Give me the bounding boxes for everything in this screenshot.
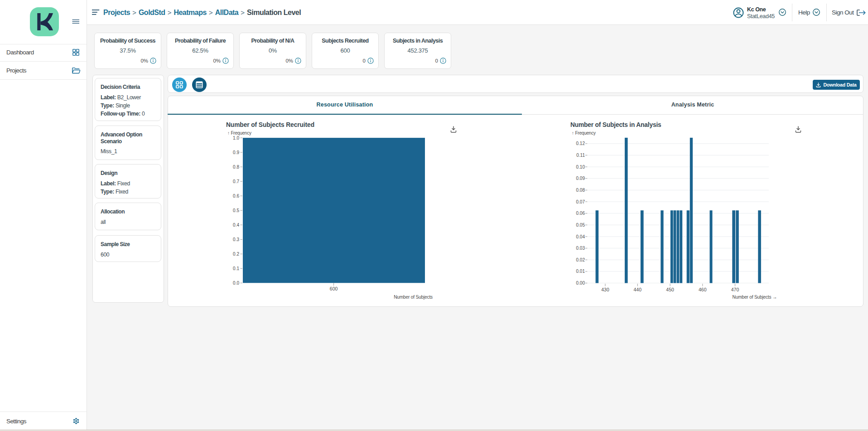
svg-text:600: 600 [330, 286, 338, 291]
svg-text:470: 470 [731, 287, 739, 292]
svg-text:Number of Subjects in Analysis: Number of Subjects in Analysis [570, 121, 661, 128]
svg-text:0.12: 0.12 [576, 141, 585, 146]
svg-text:1.0: 1.0 [233, 136, 239, 140]
svg-text:0.05: 0.05 [576, 223, 585, 228]
svg-text:0.6: 0.6 [233, 194, 239, 199]
svg-text:0.11: 0.11 [576, 153, 585, 158]
svg-text:0.7: 0.7 [233, 179, 239, 184]
svg-text:0.9: 0.9 [233, 150, 239, 155]
svg-text:0.3: 0.3 [233, 237, 239, 242]
svg-text:0.09: 0.09 [576, 176, 585, 181]
svg-text:0.08: 0.08 [576, 188, 585, 193]
svg-text:0.02: 0.02 [576, 257, 585, 262]
svg-text:0.10: 0.10 [576, 165, 585, 169]
svg-text:Number of Subjects: Number of Subjects [394, 295, 433, 300]
svg-text:↑ Frequency: ↑ Frequency [572, 131, 596, 136]
svg-text:Number of Subjects →: Number of Subjects → [733, 295, 777, 300]
svg-text:430: 430 [601, 287, 609, 292]
svg-text:0.06: 0.06 [576, 211, 585, 216]
svg-text:0.07: 0.07 [576, 199, 585, 204]
svg-text:0.04: 0.04 [576, 234, 585, 239]
svg-text:0.5: 0.5 [233, 208, 239, 213]
svg-text:Number of Subjects Recruited: Number of Subjects Recruited [226, 121, 314, 128]
svg-text:0.0: 0.0 [233, 281, 239, 286]
svg-text:440: 440 [634, 287, 642, 292]
svg-text:0.2: 0.2 [233, 252, 239, 257]
svg-text:0.03: 0.03 [576, 246, 585, 251]
svg-text:0.1: 0.1 [233, 266, 239, 271]
svg-text:0.00: 0.00 [576, 281, 585, 286]
svg-text:460: 460 [699, 287, 707, 292]
svg-text:0.01: 0.01 [576, 269, 585, 274]
svg-text:↑ Frequency: ↑ Frequency [227, 131, 251, 136]
svg-text:0.8: 0.8 [233, 165, 239, 169]
svg-text:450: 450 [666, 287, 674, 292]
svg-text:0.4: 0.4 [233, 223, 239, 228]
